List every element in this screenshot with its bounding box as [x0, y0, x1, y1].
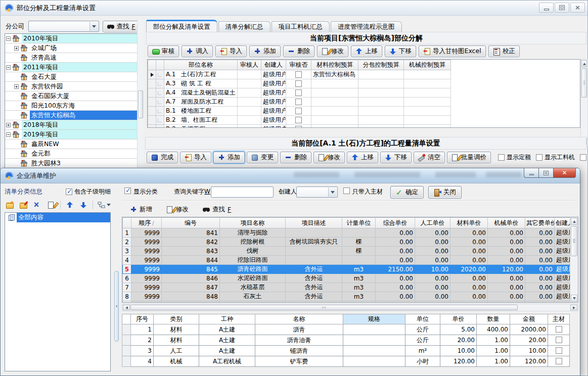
load-in-button[interactable]: 调入 — [182, 45, 213, 57]
modify-button[interactable]: 修改 — [317, 45, 348, 57]
audited-checkbox[interactable] — [295, 117, 302, 123]
scrollbar-thumb[interactable] — [138, 90, 143, 118]
modify-category-button[interactable] — [46, 200, 56, 210]
part-row-4[interactable]: B.1楼地面工程超级用户 — [148, 107, 451, 116]
import-gantt-excel-button[interactable]: 导入甘特图Excel — [419, 45, 486, 57]
find-button[interactable]: 查找F — [103, 21, 140, 32]
scroll-up-button[interactable] — [581, 60, 587, 67]
project-tree-scrollbar[interactable] — [137, 20, 144, 169]
layout-button[interactable] — [97, 200, 112, 210]
tab-2[interactable]: 项目工料机汇总 — [272, 21, 330, 32]
tab-0[interactable]: 部位分解及清单设置 — [146, 20, 217, 32]
batch-price-button[interactable]: 批量调价 — [447, 152, 491, 163]
main-material-checkbox[interactable] — [556, 326, 562, 333]
delete-button[interactable]: 删除 — [280, 152, 311, 163]
detail-row-1[interactable]: 2材料A土建沥青油膏公斤20.001.0020.00 — [122, 335, 570, 346]
main-material-checkbox[interactable] — [556, 358, 562, 364]
part-row-0[interactable]: A.1土(石)方工程超级用户东营恒大棕榈岛 — [148, 70, 451, 79]
audited-checkbox[interactable] — [295, 108, 302, 114]
expand-icon[interactable]: + — [14, 84, 19, 89]
tree-item-2[interactable]: 济青高速 — [5, 53, 143, 63]
tree-item-4[interactable]: 金石大厦 — [5, 72, 143, 82]
scroll-left-button[interactable] — [123, 305, 130, 310]
tree-item-0[interactable]: −2010年项目 — [5, 34, 143, 43]
tree-item-13[interactable]: 胜大园林3 — [5, 159, 143, 168]
tree-item-12[interactable]: 金元郡 — [5, 149, 143, 159]
main-material-checkbox[interactable] — [556, 337, 562, 343]
list-row-2[interactable]: 39999843伐树棵0.000.000.000.000.00超级用户 — [123, 247, 571, 256]
complete-button[interactable]: 完成 — [147, 152, 178, 163]
move-up-button[interactable] — [65, 200, 74, 210]
add-button[interactable]: 添加 — [249, 45, 281, 57]
scroll-right-button[interactable] — [570, 305, 577, 310]
audited-checkbox[interactable] — [295, 71, 302, 78]
list-grid-hscrollbar[interactable] — [122, 304, 578, 311]
tree-item-10[interactable]: −2019年项目 — [5, 130, 143, 139]
detail-row-3[interactable]: 4机械A工程机械铲车费小时120.001.00120.00 — [122, 356, 570, 367]
show-labor-machine-checkbox[interactable] — [536, 154, 542, 161]
part-grid-scrollbar[interactable] — [580, 59, 588, 146]
tree-item-5[interactable]: +东营软件园 — [5, 82, 143, 91]
clear-button[interactable]: 清空 — [414, 152, 445, 163]
expand-icon[interactable]: + — [14, 46, 19, 51]
scrollbar-thumb[interactable] — [571, 226, 577, 256]
tree-item-3[interactable]: −2011年项目 — [5, 63, 143, 72]
move-down-button[interactable]: 下移 — [385, 45, 416, 57]
modify-button[interactable]: 修改 — [313, 152, 345, 163]
expand-icon[interactable]: + — [6, 123, 11, 127]
splitter-handle[interactable]: ‹ — [114, 271, 119, 342]
audit-button[interactable]: 审核 — [148, 45, 179, 57]
scrollbar-thumb[interactable] — [581, 68, 587, 98]
list-row-4[interactable]: 59999845沥青砼路面含外运m32150.0010.002020.00120… — [123, 265, 571, 274]
find-button[interactable]: 查找F — [203, 205, 231, 214]
detail-row-2[interactable]: 3人工A土建铺沥青m²10.001.0010.00 — [122, 346, 570, 356]
minimize-button[interactable] — [539, 3, 554, 13]
tree-item-1[interactable]: +众城广场 — [5, 43, 143, 53]
auto-wrap-checkbox[interactable] — [580, 154, 586, 161]
collapse-icon[interactable]: − — [6, 65, 11, 70]
add-button[interactable]: 添加 — [213, 152, 245, 163]
maximize-button[interactable] — [555, 3, 569, 13]
audited-checkbox[interactable] — [295, 89, 302, 96]
list-row-5[interactable]: 69999846水泥砼路面含外运m30.000.000.000.000.00超级… — [123, 274, 571, 283]
collapse-icon[interactable]: − — [6, 36, 11, 41]
delete-button[interactable]: 删除 — [283, 45, 314, 57]
import-button[interactable]: 导入 — [215, 45, 247, 57]
part-row-5[interactable]: B.2墙、柱面工程超级用户 — [148, 116, 451, 125]
tree-item-6[interactable]: 金石国际大厦 — [5, 91, 143, 101]
move-up-button[interactable]: 上移 — [351, 45, 382, 57]
tree-item-9[interactable]: +2018年项目 — [5, 120, 143, 130]
combo-arrow-button[interactable] — [89, 22, 98, 31]
keyword-input[interactable] — [211, 186, 274, 198]
calibrate-button[interactable]: 校正 — [488, 45, 520, 57]
part-row-3[interactable]: A.7屋面及防水工程超级用户 — [148, 98, 451, 107]
edit-category-button[interactable] — [18, 200, 28, 210]
move-down-button[interactable] — [78, 200, 88, 210]
show-category-checkbox[interactable] — [124, 187, 131, 194]
audited-checkbox[interactable] — [295, 99, 302, 105]
part-row-2[interactable]: A.4混凝土及钢筋混凝土超级用户 — [148, 88, 451, 98]
combo-arrow-button[interactable] — [328, 187, 337, 197]
scroll-up-button[interactable] — [571, 218, 577, 225]
list-row-8[interactable]: 99999849挖除砼结构物0.000.000.000.000.00超级用户 — [123, 301, 571, 303]
detail-row-0[interactable]: 1材料A土建沥青公斤5.00400.002000.00 — [122, 324, 570, 335]
tree-item-8[interactable]: 东营恒大棕榈岛 — [5, 111, 143, 120]
list-row-1[interactable]: 29999842挖除树根含树坑回填夯实只棵0.000.000.000.000.0… — [123, 238, 571, 247]
minimize-button[interactable] — [524, 168, 539, 178]
close-button[interactable]: ✕ — [553, 168, 576, 178]
list-row-0[interactable]: 19999841清理与掘除0.000.000.000.000.00超级用户 — [123, 228, 571, 238]
new-category-button[interactable] — [5, 200, 14, 210]
import-button[interactable]: 导入 — [180, 152, 211, 163]
close-dialog-button[interactable]: 关闭 — [428, 186, 462, 199]
part-row-6[interactable]: B.3天棚工程超级用户 — [148, 125, 451, 128]
scroll-down-button[interactable] — [571, 295, 577, 302]
list-grid-scrollbar[interactable] — [570, 217, 578, 302]
tab-1[interactable]: 清单分解汇总 — [218, 21, 270, 32]
delete-category-button[interactable] — [32, 200, 42, 210]
modify-button[interactable]: 修改 — [166, 205, 189, 214]
main-material-checkbox[interactable] — [556, 347, 562, 354]
audited-checkbox[interactable] — [295, 126, 302, 128]
list-row-6[interactable]: 79999847水稳基层含外运m30.000.000.000.000.00超级用… — [123, 283, 571, 292]
show-quota-checkbox[interactable] — [498, 154, 505, 161]
list-row-7[interactable]: 89999848石灰土含外运m30.000.000.000.000.00超级用户 — [123, 292, 571, 301]
